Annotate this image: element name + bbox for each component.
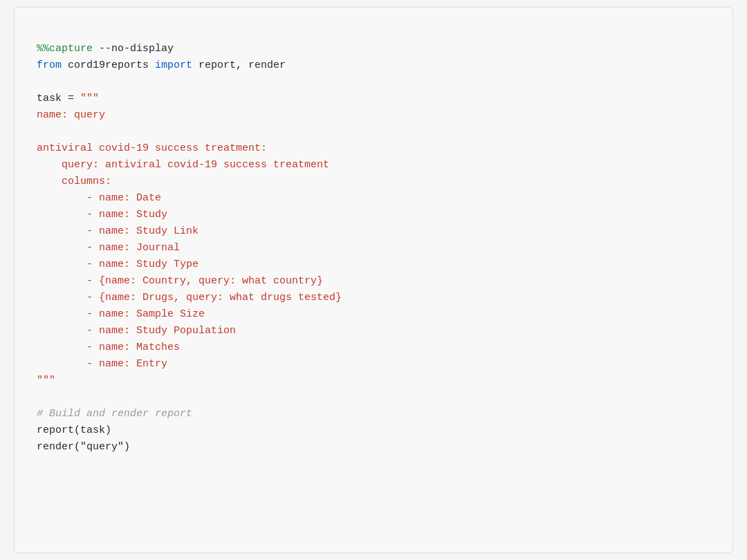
name-line: name: query [37,109,105,121]
col-study-link: - name: Study Link [37,225,199,237]
query-line: query: antiviral covid-19 success treatm… [37,159,329,171]
col-country: - {name: Country, query: what country} [37,275,323,287]
magic-capture: %%capture --no-display [37,43,174,55]
col-date: - name: Date [37,192,161,204]
task-assignment: task = """ [37,93,99,104]
col-sample-size: - name: Sample Size [37,308,205,320]
section-header: antiviral covid-19 success treatment: [37,142,267,154]
columns-header: columns: [37,176,111,187]
code-editor: %%capture --no-display from cord19report… [14,7,733,553]
triple-quote-close: """ [37,375,55,386]
col-study-type: - name: Study Type [37,259,199,270]
render-call: render("query") [37,441,130,453]
report-call: report(task) [37,424,111,436]
col-study-population: - name: Study Population [37,325,236,337]
col-journal: - name: Journal [37,242,180,254]
comment-build: # Build and render report [37,408,192,420]
col-entry: - name: Entry [37,358,167,370]
code-content: %%capture --no-display from cord19report… [37,24,710,472]
col-drugs: - {name: Drugs, query: what drugs tested… [37,292,342,304]
col-matches: - name: Matches [37,342,180,353]
import-line: from cord19reports import report, render [37,59,286,71]
col-study: - name: Study [37,209,167,221]
